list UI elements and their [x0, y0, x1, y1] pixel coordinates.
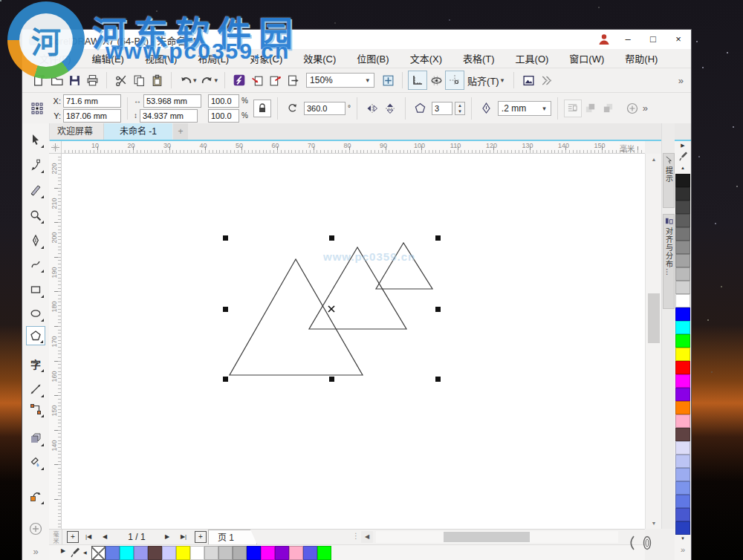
- undo-button[interactable]: [177, 71, 195, 89]
- next-page-button[interactable]: ▶: [162, 531, 172, 543]
- color-swatch[interactable]: [176, 546, 190, 560]
- color-swatch[interactable]: [675, 374, 690, 388]
- selection-handle[interactable]: [223, 307, 228, 312]
- color-swatch[interactable]: [303, 546, 317, 560]
- publish-pdf-button[interactable]: [284, 71, 302, 89]
- color-swatch[interactable]: [675, 241, 690, 254]
- color-swatch[interactable]: [675, 401, 690, 414]
- redo-dropdown[interactable]: ▾: [215, 76, 218, 84]
- color-swatch[interactable]: [675, 201, 690, 214]
- new-document-button[interactable]: [30, 71, 48, 89]
- mirror-vertical-button[interactable]: [381, 100, 399, 117]
- ellipse-tool[interactable]: [26, 304, 45, 323]
- add-page-button-end[interactable]: +: [195, 531, 207, 543]
- vertical-scrollbar[interactable]: ▲ ▼: [645, 154, 661, 529]
- docker-tab-align[interactable]: 对齐与分布…: [663, 214, 675, 309]
- save-button[interactable]: [65, 71, 83, 89]
- export-button[interactable]: [266, 71, 284, 89]
- color-swatch[interactable]: [675, 455, 690, 468]
- open-button[interactable]: [48, 71, 65, 89]
- snap-menu[interactable]: 贴齐(T) ▾: [467, 74, 505, 88]
- polygon-tool[interactable]: [26, 326, 45, 345]
- color-swatch[interactable]: [675, 481, 690, 495]
- account-icon[interactable]: [597, 33, 611, 46]
- rotation-angle-input[interactable]: [304, 102, 345, 115]
- palette-eyedropper-icon[interactable]: [675, 151, 691, 162]
- color-swatch[interactable]: [247, 546, 261, 560]
- minimize-button[interactable]: –: [617, 30, 639, 49]
- drawing-canvas[interactable]: www.pc0359.cn: [62, 154, 645, 529]
- shape-tool[interactable]: [26, 155, 45, 175]
- object-height-input[interactable]: [140, 109, 198, 123]
- zoom-tool[interactable]: [26, 206, 45, 225]
- color-swatch[interactable]: [675, 508, 690, 521]
- last-page-button[interactable]: ▶|: [177, 531, 190, 543]
- horizontal-ruler[interactable]: 毫米 102030405060708090100110120130140150: [62, 141, 645, 154]
- menu-item[interactable]: 布局(L): [194, 50, 233, 67]
- nudge-offset-icon[interactable]: [28, 100, 46, 117]
- interactive-fill-tool[interactable]: [26, 486, 45, 506]
- menu-item[interactable]: 帮助(H): [621, 50, 661, 67]
- selection-handle[interactable]: [435, 235, 441, 241]
- menu-item[interactable]: 表格(T): [459, 50, 499, 67]
- color-swatch[interactable]: [675, 428, 690, 441]
- color-swatch[interactable]: [204, 546, 218, 560]
- color-swatch[interactable]: [190, 546, 204, 560]
- show-guidelines-toggle[interactable]: [445, 71, 464, 90]
- zoom-level-select[interactable]: 150% ▾: [306, 73, 374, 88]
- lock-ratio-button[interactable]: [253, 100, 271, 117]
- selection-handle[interactable]: [329, 235, 334, 241]
- document-navigator-icon[interactable]: [640, 533, 654, 553]
- vertical-ruler[interactable]: 220210200190180170160150140: [49, 154, 62, 529]
- print-button[interactable]: [83, 71, 101, 89]
- propbar-overflow[interactable]: »: [643, 102, 648, 114]
- maximize-button[interactable]: □: [642, 30, 664, 49]
- previous-page-button[interactable]: ◀: [100, 531, 110, 543]
- color-swatch[interactable]: [134, 546, 148, 560]
- close-button[interactable]: ×: [667, 30, 690, 49]
- title-bar[interactable]: CorelDRAW X7 (64-Bit) - 未命名 -1 – □ ×: [22, 30, 691, 49]
- redo-button[interactable]: [198, 71, 216, 89]
- palette-scroll-down[interactable]: ▼: [675, 536, 691, 541]
- menu-item[interactable]: 文本(X): [406, 50, 446, 67]
- menu-item[interactable]: 文件(F): [36, 50, 75, 67]
- add-page-button[interactable]: +: [67, 531, 79, 543]
- freehand-tool[interactable]: [26, 255, 45, 274]
- dimension-tool[interactable]: [26, 380, 45, 399]
- color-swatch[interactable]: [675, 187, 690, 201]
- color-swatch[interactable]: [233, 546, 247, 560]
- to-back-button[interactable]: [600, 100, 617, 117]
- points-spinner[interactable]: ▲ ▼: [455, 102, 465, 115]
- menu-item[interactable]: 工具(O): [512, 50, 553, 67]
- color-swatch[interactable]: [675, 281, 690, 294]
- scale-y-input[interactable]: [208, 109, 239, 123]
- fit-page-button[interactable]: [379, 71, 397, 89]
- transparency-tool[interactable]: [26, 452, 45, 472]
- menu-item[interactable]: 窗口(W): [565, 50, 608, 67]
- color-swatch[interactable]: [675, 321, 690, 334]
- drawing-objects[interactable]: [62, 154, 645, 529]
- import-button[interactable]: [248, 71, 266, 89]
- add-tool-button[interactable]: [26, 519, 45, 538]
- color-swatch[interactable]: [317, 546, 331, 560]
- no-color-swatch[interactable]: [91, 546, 106, 560]
- first-page-button[interactable]: |◀: [82, 531, 95, 543]
- y-position-input[interactable]: [63, 109, 121, 123]
- new-tab-button[interactable]: +: [173, 123, 188, 140]
- doc-palette-eyedropper-icon[interactable]: [70, 547, 80, 559]
- color-swatch[interactable]: [675, 294, 690, 307]
- spinner-down-icon[interactable]: ▼: [455, 108, 464, 114]
- pen-tool[interactable]: [26, 231, 45, 250]
- color-swatch[interactable]: [675, 348, 690, 361]
- object-width-input[interactable]: [143, 94, 201, 108]
- selection-handle[interactable]: [223, 235, 228, 241]
- color-swatch[interactable]: [289, 546, 303, 560]
- tab-document[interactable]: 未命名 -1: [104, 123, 172, 140]
- color-swatch[interactable]: [261, 546, 275, 560]
- horizontal-scroll-thumb[interactable]: [444, 532, 530, 542]
- color-swatch[interactable]: [148, 546, 162, 560]
- drop-shadow-tool[interactable]: [26, 429, 45, 448]
- doc-palette-flyout-icon[interactable]: ▶: [61, 547, 65, 554]
- paste-button[interactable]: [148, 71, 166, 89]
- show-rulers-toggle[interactable]: [408, 71, 427, 90]
